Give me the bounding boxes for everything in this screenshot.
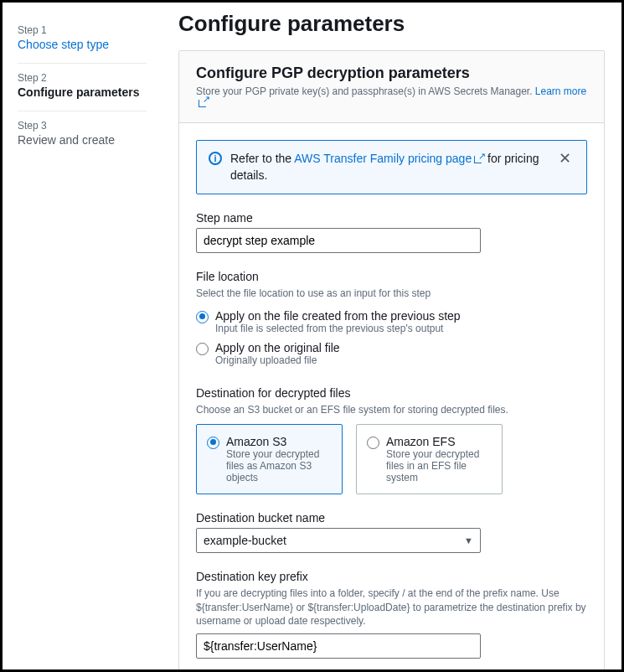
step-title[interactable]: Choose step type	[18, 38, 147, 51]
chevron-down-icon: ▼	[464, 535, 473, 545]
wizard-sidebar: Step 1 Choose step type Step 2 Configure…	[3, 3, 162, 669]
panel-title: Configure PGP decryption parameters	[196, 65, 587, 82]
sidebar-step-1[interactable]: Step 1 Choose step type	[18, 16, 147, 64]
hint: Select the file location to use as an in…	[196, 287, 587, 301]
step-title: Configure parameters	[18, 85, 147, 99]
label: Destination for decrypted files	[196, 386, 587, 400]
field-destination: Destination for decrypted files Choose a…	[196, 386, 587, 494]
label: Destination key prefix	[196, 570, 587, 583]
step-number: Step 3	[18, 120, 147, 132]
step-name-input[interactable]	[196, 228, 481, 253]
pricing-link[interactable]: AWS Transfer Family pricing page	[294, 152, 484, 165]
radio-input[interactable]	[196, 343, 209, 355]
step-title: Review and create	[18, 133, 147, 147]
info-alert: i Refer to the AWS Transfer Family prici…	[196, 140, 587, 194]
field-key-prefix: Destination key prefix If you are decryp…	[196, 570, 587, 659]
field-step-name: Step name	[196, 211, 587, 253]
field-file-location: File location Select the file location t…	[196, 270, 587, 370]
external-link-icon	[474, 153, 484, 163]
panel-header: Configure PGP decryption parameters Stor…	[179, 51, 604, 123]
label: Destination bucket name	[196, 511, 587, 525]
main-content: Configure parameters Configure PGP decry…	[162, 3, 621, 669]
page-title: Configure parameters	[178, 11, 605, 37]
tile-row: Amazon S3 Store your decrypted files as …	[196, 424, 587, 494]
radio-input[interactable]	[367, 437, 379, 449]
key-prefix-input[interactable]	[196, 633, 481, 659]
panel-body: i Refer to the AWS Transfer Family prici…	[179, 123, 604, 669]
app-frame: Step 1 Choose step type Step 2 Configure…	[0, 0, 624, 672]
sidebar-step-3: Step 3 Review and create	[18, 111, 147, 158]
radio-original-file[interactable]: Apply on the original file Originally up…	[196, 338, 587, 370]
radio-previous-step[interactable]: Apply on the file created from the previ…	[196, 306, 587, 338]
hint: If you are decrypting files into a folde…	[196, 587, 587, 628]
tile-amazon-s3[interactable]: Amazon S3 Store your decrypted files as …	[196, 424, 343, 494]
step-number: Step 2	[18, 72, 147, 84]
hint: Choose an S3 bucket or an EFS file syste…	[196, 403, 587, 417]
bucket-select[interactable]: example-bucket ▼	[196, 528, 481, 553]
label: File location	[196, 270, 587, 283]
close-alert-button[interactable]: ✕	[555, 151, 575, 166]
select-value: example-bucket	[204, 534, 286, 547]
config-panel: Configure PGP decryption parameters Stor…	[178, 50, 605, 669]
external-link-icon	[199, 97, 209, 107]
field-bucket-name: Destination bucket name example-bucket ▼	[196, 511, 587, 553]
sidebar-step-2: Step 2 Configure parameters	[18, 64, 147, 111]
tile-amazon-efs[interactable]: Amazon EFS Store your decrypted files in…	[356, 424, 503, 494]
radio-input[interactable]	[207, 437, 219, 449]
step-number: Step 1	[18, 24, 147, 36]
radio-input[interactable]	[196, 311, 209, 323]
label: Step name	[196, 211, 587, 225]
info-icon: i	[209, 152, 222, 165]
info-text: Refer to the AWS Transfer Family pricing…	[230, 151, 547, 184]
panel-subtitle: Store your PGP private key(s) and passph…	[196, 85, 587, 109]
